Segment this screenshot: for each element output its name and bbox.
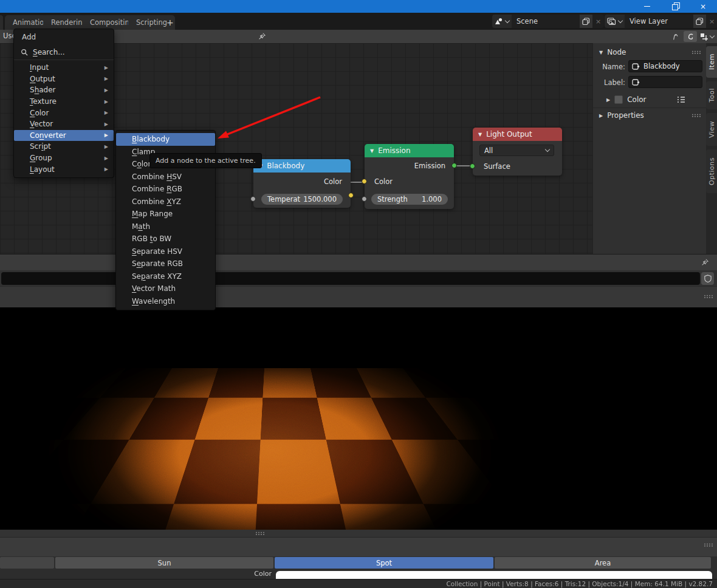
submenu-item-math[interactable]: Math [116,220,215,233]
menu-item-output[interactable]: Output▶ [14,74,114,85]
submenu-item-rgb-to-bw[interactable]: RGB to BW [116,233,215,245]
tab-tool[interactable]: Tool [706,81,717,109]
copy-icon [696,18,704,26]
name-field[interactable]: Blackbody [628,60,702,72]
tab-item[interactable]: Item [706,46,717,78]
strip-grip[interactable] [704,543,713,547]
light-output-node-header[interactable]: ▼ Light Output [473,128,562,141]
properties-panel-header[interactable]: ▶ Properties [593,109,707,122]
collapse-icon[interactable]: ▼ [478,132,482,137]
viewport-resize-strip[interactable] [0,530,717,537]
restore-button[interactable] [661,0,689,13]
expand-icon[interactable]: ▶ [606,97,610,103]
view-layer-copy-button[interactable] [693,15,706,28]
submenu-item-combine-xyz[interactable]: Combine XYZ [116,196,215,208]
menu-item-group[interactable]: Group▶ [14,152,114,164]
scene-unlink-button[interactable]: × [592,15,604,28]
list-icon[interactable] [676,95,686,104]
render-viewport[interactable] [0,307,717,530]
submenu-item-blackbody[interactable]: Blackbody [116,133,215,146]
color-input-socket[interactable] [362,179,367,184]
view-layer-icon-dropdown[interactable] [605,15,625,28]
color-checkbox[interactable] [614,95,623,104]
menu-item-script[interactable]: Script▶ [14,141,114,152]
close-button[interactable]: × [689,0,717,13]
add-menu-title: Add [14,29,114,45]
scene-name-field[interactable]: Scene [512,15,580,28]
tab-options[interactable]: Options [706,149,717,193]
menu-item-layout[interactable]: Layout▶ [14,163,114,175]
fake-user-button[interactable] [701,272,714,285]
submenu-item-separate-xyz[interactable]: Separate XYZ [116,270,215,283]
scene-copy-button[interactable] [580,15,592,28]
color-output-socket[interactable] [348,193,354,198]
strip-grip[interactable] [704,295,713,298]
view-layer-name-field[interactable]: View Layer [625,15,693,28]
node-icon [632,79,640,86]
strength-input-socket[interactable] [362,196,367,202]
temperature-input-socket[interactable] [250,196,256,202]
panel-title: Properties [607,111,644,120]
node-icon [632,63,640,70]
view-layer-selector: View Layer × [605,15,717,28]
add-workspace-button[interactable]: + [162,15,179,30]
search-icon [21,49,28,56]
tab-view[interactable]: View [706,113,717,146]
path-field[interactable] [1,272,700,285]
light-type-button-sun[interactable]: Sun [55,557,273,569]
pin-icon[interactable] [698,257,712,268]
view-layer-remove-button[interactable]: × [706,15,717,28]
submenu-item-wavelength[interactable]: Wavelength [116,295,215,308]
tooltip-text: Add a node to the active tree. [156,157,256,165]
submenu-item-combine-hsv[interactable]: Combine HSV [116,171,215,183]
menu-item-texture[interactable]: Texture▶ [14,96,114,108]
color-swatch[interactable] [276,571,712,579]
menu-item-search[interactable]: Search... [14,45,114,60]
menu-item-shader[interactable]: Shader▶ [14,84,114,96]
menu-item-color[interactable]: Color▶ [14,107,114,118]
tab-label: Rendering [51,18,87,27]
light-type-button-area[interactable]: Area [495,557,711,569]
light-type-button-spot[interactable]: Spot [275,557,493,569]
name-label: Name: [596,63,625,71]
snapping-button[interactable] [684,31,697,42]
submenu-item-vector-math[interactable]: Vector Math [116,282,215,295]
submenu-item-separate-hsv[interactable]: Separate HSV [116,245,215,258]
submenu-arrow-icon: ▶ [105,144,108,149]
collapse-icon[interactable]: ▼ [370,148,374,154]
menu-item-input[interactable]: Input▶ [14,62,114,74]
emission-node[interactable]: ▼ Emission Emission Color Strength 1.000 [365,144,454,209]
submenu-item-separate-rgb[interactable]: Separate RGB [116,258,215,270]
temperature-field[interactable]: Temperat 1500.000 [261,194,343,205]
blackbody-node[interactable]: ▼ Blackbody Color Temperat 1500.000 [253,159,351,208]
blackbody-node-header[interactable]: ▼ Blackbody [253,159,351,173]
parent-node-tree-button[interactable] [669,31,682,42]
emission-node-header[interactable]: ▼ Emission [365,144,454,157]
panel-grip[interactable] [691,114,701,117]
light-type-button-partial[interactable] [0,557,54,569]
overlays-dropdown[interactable] [698,31,716,42]
submenu-item-map-range[interactable]: Map Range [116,208,215,220]
workspace-tab-partial[interactable] [0,15,3,30]
surface-input-socket[interactable] [470,163,475,169]
tab-label: Compositing [90,18,134,27]
minimize-button[interactable] [633,0,661,13]
strength-field[interactable]: Strength 1.000 [371,194,448,205]
submenu-arrow-icon: ▶ [105,99,108,104]
pin-icon[interactable] [255,31,269,42]
node-sidebar: ▼ Node Name: Blackbody Label: ▶ Color ▶ … [592,43,706,254]
menu-item-vector[interactable]: Vector▶ [14,118,114,130]
node-panel-header[interactable]: ▼ Node [593,46,707,59]
label-field[interactable] [628,76,702,88]
menu-item-converter[interactable]: Converter▶ [14,130,114,142]
submenu-item-combine-rgb[interactable]: Combine RGB [116,183,215,196]
light-output-node[interactable]: ▼ Light Output All Surface [473,128,562,176]
strip-grip[interactable] [255,532,264,535]
color-output-row[interactable]: ▶ Color [593,93,707,106]
color-row-label: Color [627,95,646,104]
emission-output-socket[interactable] [451,163,457,168]
node-title: Blackbody [267,162,304,170]
scene-icon-dropdown[interactable] [492,15,512,28]
target-dropdown[interactable]: All [479,145,554,156]
panel-grip[interactable] [691,50,701,54]
